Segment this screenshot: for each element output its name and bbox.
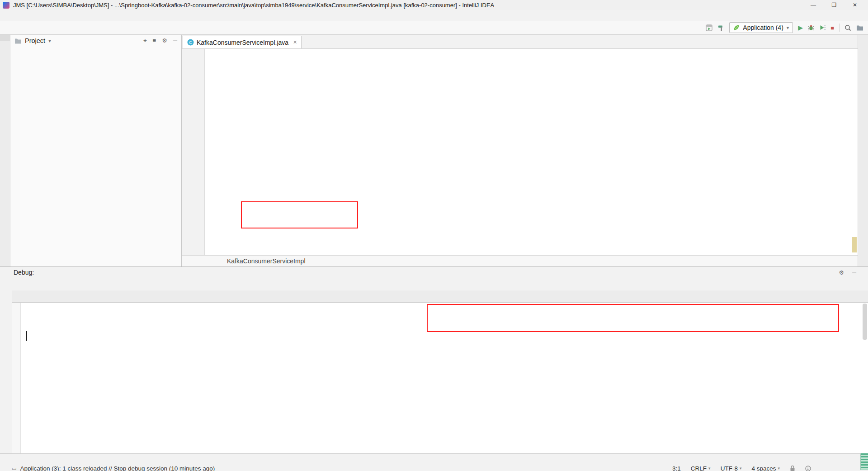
toolwindow-bar <box>0 453 868 464</box>
console-scrollbar[interactable] <box>863 304 867 340</box>
debug-left-toolbar <box>0 278 12 453</box>
console-side-toolbar <box>12 303 21 453</box>
project-panel: Project ▾ ⌖ ≡ ⚙ ─ <box>10 35 182 266</box>
debug-header: Debug: ⚙ ─ <box>0 267 868 278</box>
titlebar: JMS [C:\Users\SIMBA\Desktop\JMS] - ...\S… <box>0 0 868 10</box>
collapse-all-icon[interactable]: ≡ <box>153 37 156 44</box>
gear-icon[interactable]: ⚙ <box>839 269 844 276</box>
chevron-updown-icon: ▾ <box>708 466 711 471</box>
reader-mode-icon[interactable] <box>805 466 811 471</box>
spring-boot-icon <box>733 24 740 31</box>
build-project-icon[interactable] <box>717 24 724 31</box>
annotation-box-editor <box>241 201 358 228</box>
hide-windows-icon[interactable] <box>856 24 863 31</box>
project-tree <box>10 47 181 266</box>
editor-breadcrumb-bar: KafkaConsumerServiceImpl <box>182 255 858 266</box>
right-toolwindow-stripe <box>858 35 868 266</box>
project-panel-title[interactable]: Project <box>25 37 45 44</box>
lock-icon[interactable] <box>790 465 795 471</box>
chevron-updown-icon: ▾ <box>740 466 742 471</box>
run-configuration-label: Application (4) <box>743 24 783 31</box>
maximize-button[interactable]: ❐ <box>824 2 844 8</box>
search-everywhere-icon[interactable] <box>844 24 851 31</box>
editor-tab[interactable]: C KafkaConsumerServiceImpl.java ✕ <box>183 36 302 48</box>
memory-indicator[interactable] <box>860 453 868 470</box>
close-tab-icon[interactable]: ✕ <box>293 39 297 45</box>
debug-label: Debug: <box>14 269 34 276</box>
chevron-updown-icon: ▾ <box>778 466 780 471</box>
chevron-down-icon: ▾ <box>787 25 789 31</box>
encoding-select[interactable]: UTF-8▾ <box>721 465 742 471</box>
svg-text:C: C <box>189 40 192 45</box>
close-button[interactable]: ✕ <box>844 2 865 8</box>
frame-icon: ▭ <box>12 466 16 471</box>
indent-select[interactable]: 4 spaces▾ <box>751 465 780 471</box>
status-bar: ▭ Application (3): 1 class reloaded // S… <box>0 464 868 471</box>
minimize-button[interactable]: — <box>803 2 824 8</box>
status-message[interactable]: Application (3): 1 class reloaded // Sto… <box>20 465 215 471</box>
locate-file-icon[interactable]: ⌖ <box>143 37 146 44</box>
window-title: JMS [C:\Users\SIMBA\Desktop\JMS] - ...\S… <box>13 2 494 9</box>
annotation-box-console <box>427 304 839 332</box>
class-icon: C <box>187 39 194 46</box>
line-separator-select[interactable]: CRLF▾ <box>691 465 711 471</box>
run-toolbar: Application (4) ▾ ▶ ■ <box>706 22 863 33</box>
editor-area: C KafkaConsumerServiceImpl.java ✕ KafkaC… <box>182 35 858 266</box>
run-with-coverage-button[interactable] <box>819 24 826 31</box>
console-output[interactable] <box>21 303 868 453</box>
intellij-logo-icon <box>3 2 9 9</box>
debug-button[interactable] <box>808 24 814 31</box>
menubar <box>0 10 868 21</box>
hide-panel-icon[interactable]: ─ <box>173 37 177 44</box>
hide-panel-icon[interactable]: ─ <box>852 269 856 276</box>
project-panel-header: Project ▾ ⌖ ≡ ⚙ ─ <box>10 35 181 47</box>
run-configuration-select[interactable]: Application (4) ▾ <box>729 22 793 33</box>
project-view-icon <box>14 38 22 44</box>
editor-tab-label: KafkaConsumerServiceImpl.java <box>197 39 288 46</box>
code-editor[interactable] <box>182 49 858 255</box>
divider <box>839 24 840 32</box>
editor-breadcrumb-item[interactable]: KafkaConsumerServiceImpl <box>227 257 306 265</box>
editor-gutter <box>182 49 205 255</box>
left-toolwindow-stripe <box>0 35 10 266</box>
console-tab-bar <box>12 290 868 303</box>
gear-icon[interactable]: ⚙ <box>162 37 167 44</box>
debug-toolbar <box>12 278 868 290</box>
text-caret <box>26 331 27 341</box>
show-run-window-icon[interactable] <box>706 24 712 31</box>
stop-button[interactable]: ■ <box>830 24 834 31</box>
debug-toolwindow: Debug: ⚙ ─ <box>0 266 868 453</box>
scrollbar-marker <box>852 237 857 252</box>
caret-position[interactable]: 3:1 <box>672 465 681 471</box>
run-button[interactable]: ▶ <box>798 24 803 31</box>
chevron-down-icon[interactable]: ▾ <box>48 38 51 44</box>
intellij-window: JMS [C:\Users\SIMBA\Desktop\JMS] - ...\S… <box>0 0 868 471</box>
navigation-bar: Application (4) ▾ ▶ ■ <box>0 21 868 35</box>
editor-tab-bar: C KafkaConsumerServiceImpl.java ✕ <box>182 35 858 49</box>
